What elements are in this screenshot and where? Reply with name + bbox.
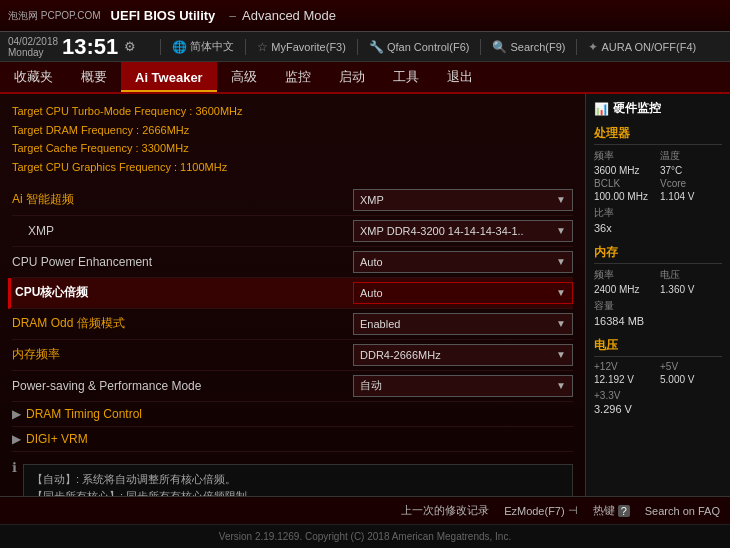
separator: – xyxy=(229,9,236,23)
hw-processor-section: 处理器 频率 温度 3600 MHz 37°C BCLK Vcore 100.0… xyxy=(594,125,722,234)
setting-cpu-power-value[interactable]: Auto ▼ xyxy=(353,251,573,273)
setting-xmp-value[interactable]: XMP DDR4-3200 14-14-14-34-1.. ▼ xyxy=(353,220,573,242)
hw-ratio-label: 比率 xyxy=(594,207,614,218)
hw-monitor-title: 📊 硬件监控 xyxy=(594,100,722,117)
nav-item-overview[interactable]: 概要 xyxy=(67,62,121,92)
dropdown-cpu-ratio-text: Auto xyxy=(360,287,383,299)
chevron-down-icon-6: ▼ xyxy=(556,349,566,360)
nav-exit-label: 退出 xyxy=(447,68,473,86)
setting-cpu-ratio-value[interactable]: Auto ▼ xyxy=(353,282,573,304)
search-button[interactable]: 🔍 Search(F9) xyxy=(487,39,570,55)
last-change-label: 上一次的修改记录 xyxy=(401,503,489,518)
hw-freq-label: 频率 xyxy=(594,149,656,163)
nav-item-tools[interactable]: 工具 xyxy=(379,62,433,92)
ezmode-label: EzMode(F7) xyxy=(504,505,565,517)
chevron-down-icon: ▼ xyxy=(556,194,566,205)
nav-item-favorites[interactable]: 收藏夹 xyxy=(0,62,67,92)
section-digi-vrm[interactable]: ▶ DIGI+ VRM xyxy=(12,427,573,452)
setting-ai-oc-label: Ai 智能超频 xyxy=(12,191,353,208)
myfavorite-button[interactable]: ☆ MyFavorite(F3) xyxy=(252,39,351,55)
dropdown-dram-odd[interactable]: Enabled ▼ xyxy=(353,313,573,335)
info-line-2: 【同步所有核心】: 同步所有有核心倍频限制。 xyxy=(32,488,564,496)
hw-mem-cap-value: 16384 MB xyxy=(594,315,722,327)
fan-icon: 🔧 xyxy=(369,40,384,54)
time-display: 13:51 xyxy=(62,36,118,58)
nav-item-exit[interactable]: 退出 xyxy=(433,62,487,92)
lang-button[interactable]: 🌐 简体中文 xyxy=(167,38,239,55)
dropdown-cpu-ratio[interactable]: Auto ▼ xyxy=(353,282,573,304)
nav-item-aitweaker[interactable]: Ai Tweaker xyxy=(121,62,217,92)
setting-xmp: XMP XMP DDR4-3200 14-14-14-34-1.. ▼ xyxy=(12,216,573,247)
setting-mem-freq-label: 内存频率 xyxy=(12,346,353,363)
setting-cpu-power: CPU Power Enhancement Auto ▼ xyxy=(12,247,573,278)
hotkeys-label: 热键 xyxy=(593,503,615,518)
aura-icon: ✦ xyxy=(588,40,598,54)
dropdown-ai-oc-text: XMP xyxy=(360,194,384,206)
dropdown-dram-odd-text: Enabled xyxy=(360,318,400,330)
hw-processor-title: 处理器 xyxy=(594,125,722,145)
dropdown-xmp-text: XMP DDR4-3200 14-14-14-34-1.. xyxy=(360,225,524,237)
hw-vcore-label: Vcore xyxy=(660,178,722,189)
ezmode-button[interactable]: EzMode(F7) ⊣ xyxy=(504,504,578,517)
hw-v5-label: +5V xyxy=(660,361,722,372)
dropdown-power-perf-text: 自动 xyxy=(360,378,382,393)
divider5 xyxy=(576,39,577,55)
nav-aitweaker-label: Ai Tweaker xyxy=(135,70,203,85)
chevron-down-icon-2: ▼ xyxy=(556,225,566,236)
search-label: Search(F9) xyxy=(510,41,565,53)
hw-ratio-area: 比率 36x xyxy=(594,206,722,234)
nav-item-boot[interactable]: 启动 xyxy=(325,62,379,92)
setting-dram-odd-value[interactable]: Enabled ▼ xyxy=(353,313,573,335)
aura-button[interactable]: ✦ AURA ON/OFF(F4) xyxy=(583,39,701,55)
hotkey-icon: ? xyxy=(618,505,630,517)
last-change-button[interactable]: 上一次的修改记录 xyxy=(401,503,489,518)
hw-v33-area: +3.3V 3.296 V xyxy=(594,389,722,415)
lang-label: 简体中文 xyxy=(190,39,234,54)
myfavorite-label: MyFavorite(F3) xyxy=(271,41,346,53)
qfan-button[interactable]: 🔧 Qfan Control(F6) xyxy=(364,39,475,55)
setting-power-perf-value[interactable]: 自动 ▼ xyxy=(353,375,573,397)
nav-overview-label: 概要 xyxy=(81,68,107,86)
hw-bclk-value: 100.00 MHz xyxy=(594,191,656,202)
setting-mem-freq: 内存频率 DDR4-2666MHz ▼ xyxy=(12,340,573,371)
gear-icon[interactable]: ⚙ xyxy=(124,39,136,54)
search-faq-label: Search on FAQ xyxy=(645,505,720,517)
hotkeys-button[interactable]: 热键 ? xyxy=(593,503,630,518)
ezmode-icon: ⊣ xyxy=(568,504,578,517)
setting-mem-freq-value[interactable]: DDR4-2666MHz ▼ xyxy=(353,344,573,366)
search-icon: 🔍 xyxy=(492,40,507,54)
nav-item-advanced[interactable]: 高级 xyxy=(217,62,271,92)
hw-v12-label: +12V xyxy=(594,361,656,372)
footer: 上一次的修改记录 EzMode(F7) ⊣ 热键 ? Search on FAQ xyxy=(0,496,730,524)
main-content: Target CPU Turbo-Mode Frequency : 3600MH… xyxy=(0,94,730,496)
title-bar: 泡泡网 PCPOP.COM UEFI BIOS Utility – Advanc… xyxy=(0,0,730,32)
dropdown-xmp[interactable]: XMP DDR4-3200 14-14-14-34-1.. ▼ xyxy=(353,220,573,242)
mode-label: Advanced Mode xyxy=(242,8,336,23)
hw-vcore-value: 1.104 V xyxy=(660,191,722,202)
dropdown-power-perf[interactable]: 自动 ▼ xyxy=(353,375,573,397)
hw-mem-cap-area: 容量 16384 MB xyxy=(594,299,722,327)
day-display: Monday xyxy=(8,47,44,58)
setting-power-perf: Power-saving & Performance Mode 自动 ▼ xyxy=(12,371,573,402)
hw-freq-value: 3600 MHz xyxy=(594,165,656,176)
left-panel: Target CPU Turbo-Mode Frequency : 3600MH… xyxy=(0,94,585,496)
freq-dram: Target DRAM Frequency : 2666MHz xyxy=(12,121,573,140)
setting-xmp-label: XMP xyxy=(28,224,353,238)
monitor-icon: 📊 xyxy=(594,102,609,116)
chevron-down-icon-5: ▼ xyxy=(556,318,566,329)
dropdown-cpu-power[interactable]: Auto ▼ xyxy=(353,251,573,273)
section-dram-timing[interactable]: ▶ DRAM Timing Control xyxy=(12,402,573,427)
hw-memory-grid: 频率 电压 2400 MHz 1.360 V xyxy=(594,268,722,295)
setting-ai-oc-value[interactable]: XMP ▼ xyxy=(353,189,573,211)
hw-mem-freq-value: 2400 MHz xyxy=(594,284,656,295)
hw-temp-label: 温度 xyxy=(660,149,722,163)
hw-processor-grid: 频率 温度 3600 MHz 37°C BCLK Vcore 100.00 MH… xyxy=(594,149,722,202)
dropdown-mem-freq[interactable]: DDR4-2666MHz ▼ xyxy=(353,344,573,366)
nav-item-monitor[interactable]: 监控 xyxy=(271,62,325,92)
dropdown-ai-oc[interactable]: XMP ▼ xyxy=(353,189,573,211)
chevron-down-icon-4: ▼ xyxy=(556,287,566,298)
info-box: 【自动】: 系统将自动调整所有核心倍频。 【同步所有核心】: 同步所有有核心倍频… xyxy=(23,464,573,496)
search-faq-button[interactable]: Search on FAQ xyxy=(645,505,720,517)
info-icon: ℹ xyxy=(12,460,17,475)
setting-dram-odd: DRAM Odd 倍频模式 Enabled ▼ xyxy=(12,309,573,340)
